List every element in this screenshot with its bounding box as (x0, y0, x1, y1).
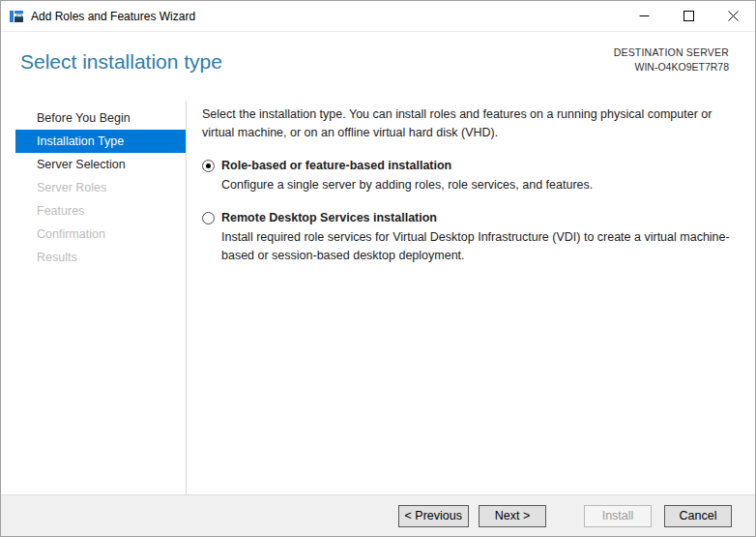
wizard-footer: < Previous Next > Install Cancel (1, 494, 755, 536)
option-remote-desktop-description: Install required role services for Virtu… (221, 228, 743, 265)
maximize-button[interactable] (666, 1, 711, 31)
previous-button[interactable]: < Previous (398, 505, 469, 527)
next-button[interactable]: Next > (479, 505, 546, 527)
radio-role-based[interactable] (202, 160, 215, 172)
sidebar-item-before-you-begin[interactable]: Before You Begin (15, 106, 186, 130)
title-bar: Add Roles and Features Wizard (1, 1, 755, 32)
sidebar-item-results: Results (15, 246, 186, 269)
sidebar-item-features: Features (15, 199, 186, 223)
intro-text: Select the installation type. You can in… (202, 105, 743, 142)
option-remote-desktop-label[interactable]: Remote Desktop Services installation (221, 211, 437, 224)
close-button[interactable] (711, 1, 755, 31)
radio-remote-desktop[interactable] (202, 212, 215, 224)
option-role-based-description: Configure a single server by adding role… (221, 176, 743, 194)
window-title: Add Roles and Features Wizard (31, 10, 195, 23)
sidebar-item-installation-type[interactable]: Installation Type (15, 130, 186, 153)
install-button: Install (584, 505, 652, 527)
minimize-button[interactable] (622, 1, 666, 31)
minimize-icon (639, 11, 650, 21)
sidebar-item-confirmation: Confirmation (15, 223, 186, 246)
destination-server-block: DESTINATION SERVER WIN-O4KO9ET7R78 (614, 46, 729, 73)
sidebar-item-server-roles: Server Roles (15, 176, 186, 199)
option-role-based: Role-based or feature-based installation… (202, 159, 743, 194)
option-remote-desktop: Remote Desktop Services installation Ins… (202, 211, 743, 265)
sidebar-item-server-selection[interactable]: Server Selection (15, 153, 186, 176)
cancel-button[interactable]: Cancel (664, 505, 732, 527)
window-controls (622, 1, 755, 31)
option-role-based-label[interactable]: Role-based or feature-based installation (221, 159, 451, 172)
close-icon (728, 11, 739, 21)
wizard-steps-sidebar: Before You Begin Installation Type Serve… (1, 101, 187, 494)
maximize-icon (683, 11, 694, 21)
wizard-header: Select installation type DESTINATION SER… (1, 32, 755, 101)
page-title: Select installation type (20, 50, 222, 74)
destination-server-name: WIN-O4KO9ET7R78 (614, 61, 729, 73)
app-icon (9, 9, 24, 24)
wizard-content: Select the installation type. You can in… (187, 101, 755, 494)
option-remote-desktop-head[interactable]: Remote Desktop Services installation (202, 211, 743, 224)
wizard-body: Before You Begin Installation Type Serve… (1, 101, 755, 494)
option-role-based-head[interactable]: Role-based or feature-based installation (202, 159, 743, 172)
wizard-window: Add Roles and Features Wizard Select ins… (0, 0, 756, 537)
destination-server-label: DESTINATION SERVER (614, 46, 729, 58)
